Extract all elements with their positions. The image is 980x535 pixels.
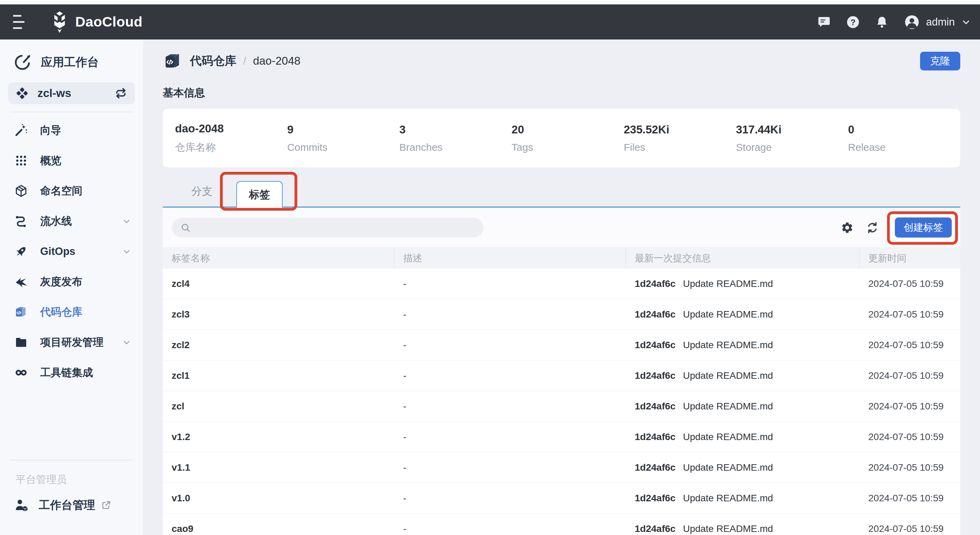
column-header: 描述 bbox=[394, 248, 626, 268]
stat-label: Tags bbox=[511, 141, 624, 153]
tab-tags[interactable]: 标签 bbox=[236, 181, 283, 208]
stat-label: Branches bbox=[399, 141, 511, 153]
messages-button[interactable] bbox=[817, 15, 831, 29]
notifications-button[interactable] bbox=[875, 15, 889, 29]
commit-hash: 1d24af6c bbox=[635, 401, 676, 411]
breadcrumb-section[interactable]: 代码仓库 bbox=[190, 53, 236, 69]
latest-commit: 1d24af6c Update README.md bbox=[626, 462, 859, 473]
table-row[interactable]: v1.0 - 1d24af6c Update README.md 2024-07… bbox=[163, 483, 960, 514]
sidebar-item[interactable]: 项目研发管理 bbox=[0, 327, 143, 357]
table-row[interactable]: zcl4 - 1d24af6c Update README.md 2024-07… bbox=[163, 268, 960, 299]
workspace-name: zcl-ws bbox=[37, 87, 71, 100]
sidebar-item[interactable]: GitOps bbox=[0, 236, 143, 267]
sidebar-item-workbench-admin[interactable]: 工作台管理 bbox=[0, 491, 143, 519]
stat-label: Files bbox=[624, 141, 736, 153]
gear-icon bbox=[841, 221, 854, 234]
tag-name: zcl2 bbox=[163, 340, 394, 351]
tag-description: - bbox=[394, 493, 626, 504]
create-tag-button[interactable]: 创建标签 bbox=[895, 217, 952, 238]
table-row[interactable]: zcl2 - 1d24af6c Update README.md 2024-07… bbox=[163, 330, 960, 360]
workbench-icon bbox=[14, 54, 31, 71]
tag-name: zcl1 bbox=[163, 370, 394, 381]
tag-name: zcl bbox=[163, 401, 394, 412]
commit-hash: 1d24af6c bbox=[635, 340, 676, 350]
sidebar-item[interactable]: 灰度发布 bbox=[0, 267, 143, 297]
latest-commit: 1d24af6c Update README.md bbox=[626, 340, 859, 351]
tag-description: - bbox=[394, 432, 626, 443]
sidebar-divider bbox=[10, 112, 133, 112]
daocloud-logo-icon bbox=[50, 11, 70, 33]
main-content: 代码仓库 / dao-2048 克隆 基本信息 dao-2048 仓库名称 9 … bbox=[143, 40, 980, 535]
help-icon: ? bbox=[846, 15, 860, 29]
settings-button[interactable] bbox=[841, 221, 854, 234]
refresh-button[interactable] bbox=[866, 221, 879, 234]
column-header: 标签名称 bbox=[163, 248, 394, 268]
sidebar-item-workbench[interactable]: 应用工作台 bbox=[14, 52, 135, 73]
sidebar-menu: 向导 概览 bbox=[0, 115, 143, 387]
brand-name: DaoCloud bbox=[75, 14, 143, 30]
stat-label: Release bbox=[848, 141, 960, 153]
chevron-down-icon bbox=[122, 338, 131, 347]
help-button[interactable]: ? bbox=[846, 15, 860, 29]
commit-hash: 1d24af6c bbox=[635, 278, 676, 289]
tab-branches[interactable]: 分支 bbox=[191, 184, 213, 206]
latest-commit: 1d24af6c Update README.md bbox=[626, 493, 859, 504]
stat: 235.52Ki Files bbox=[624, 123, 736, 153]
breadcrumb-current: dao-2048 bbox=[253, 54, 300, 67]
sidebar-item[interactable]: 向导 bbox=[0, 115, 143, 145]
chevron-down-icon bbox=[122, 216, 131, 226]
update-time: 2024-07-05 10:59 bbox=[859, 493, 960, 504]
stat-value: 9 bbox=[287, 123, 399, 136]
latest-commit: 1d24af6c Update README.md bbox=[626, 524, 859, 534]
table-row[interactable]: zcl - 1d24af6c Update README.md 2024-07-… bbox=[163, 391, 960, 422]
commit-hash: 1d24af6c bbox=[635, 493, 676, 503]
code-repo-icon bbox=[14, 305, 29, 319]
sidebar-item[interactable]: 工具链集成 bbox=[0, 357, 143, 387]
table-row[interactable]: v1.1 - 1d24af6c Update README.md 2024-07… bbox=[163, 452, 960, 483]
stat: 9 Commits bbox=[287, 123, 399, 153]
table-row[interactable]: cao9 - 1d24af6c Update README.md 2024-07… bbox=[163, 514, 960, 535]
stat-value: 0 bbox=[848, 123, 960, 136]
menu-toggle-button[interactable] bbox=[13, 15, 27, 29]
workspace-selector[interactable]: zcl-ws bbox=[8, 83, 135, 104]
chevron-down-icon bbox=[122, 247, 131, 256]
commit-message: Update README.md bbox=[683, 309, 773, 319]
switch-workspace-icon[interactable] bbox=[115, 87, 127, 100]
refresh-icon bbox=[866, 221, 879, 234]
search-icon bbox=[180, 222, 191, 233]
stat: 317.44Ki Storage bbox=[736, 123, 848, 153]
sidebar-item[interactable]: 命名空间 bbox=[0, 176, 143, 206]
tags-panel: 创建标签 标签名称 描述 最新一次提交信息 更新时间 bbox=[163, 208, 960, 535]
bell-icon bbox=[875, 15, 889, 29]
search-box[interactable] bbox=[172, 218, 484, 237]
tag-description: - bbox=[394, 401, 626, 412]
sidebar-item[interactable]: 流水线 bbox=[0, 206, 143, 236]
table-row[interactable]: v1.2 - 1d24af6c Update README.md 2024-07… bbox=[163, 422, 960, 452]
workbench-admin-label: 工作台管理 bbox=[39, 498, 95, 513]
stat: dao-2048 仓库名称 bbox=[175, 122, 287, 154]
user-menu[interactable]: admin bbox=[904, 14, 971, 30]
sidebar: 应用工作台 zcl-ws 向导 bbox=[0, 40, 143, 535]
repo-stats-card: dao-2048 仓库名称 9 Commits 3 Branches bbox=[163, 109, 960, 167]
search-input[interactable] bbox=[196, 222, 476, 233]
brand[interactable]: DaoCloud bbox=[50, 11, 143, 33]
commit-message: Update README.md bbox=[683, 432, 773, 442]
tag-description: - bbox=[394, 278, 626, 289]
stat: 3 Branches bbox=[399, 123, 511, 153]
table-row[interactable]: zcl1 - 1d24af6c Update README.md 2024-07… bbox=[163, 360, 960, 391]
stat-value: 3 bbox=[399, 123, 511, 136]
tag-name: cao9 bbox=[163, 524, 394, 534]
table-row[interactable]: zcl3 - 1d24af6c Update README.md 2024-07… bbox=[163, 299, 960, 330]
stat-label: Commits bbox=[287, 141, 399, 153]
table-header: 标签名称 描述 最新一次提交信息 更新时间 bbox=[163, 248, 960, 268]
clone-button[interactable]: 克隆 bbox=[920, 52, 960, 70]
sidebar-item[interactable]: 概览 bbox=[0, 145, 143, 176]
sidebar-item[interactable]: 代码仓库 bbox=[0, 297, 143, 327]
window-top-strip bbox=[0, 0, 980, 5]
latest-commit: 1d24af6c Update README.md bbox=[626, 432, 859, 443]
tag-name: v1.1 bbox=[163, 462, 394, 473]
sidebar-footer-divider bbox=[10, 460, 133, 460]
user-name: admin bbox=[926, 16, 955, 28]
commit-message: Update README.md bbox=[683, 340, 773, 350]
latest-commit: 1d24af6c Update README.md bbox=[626, 278, 859, 289]
